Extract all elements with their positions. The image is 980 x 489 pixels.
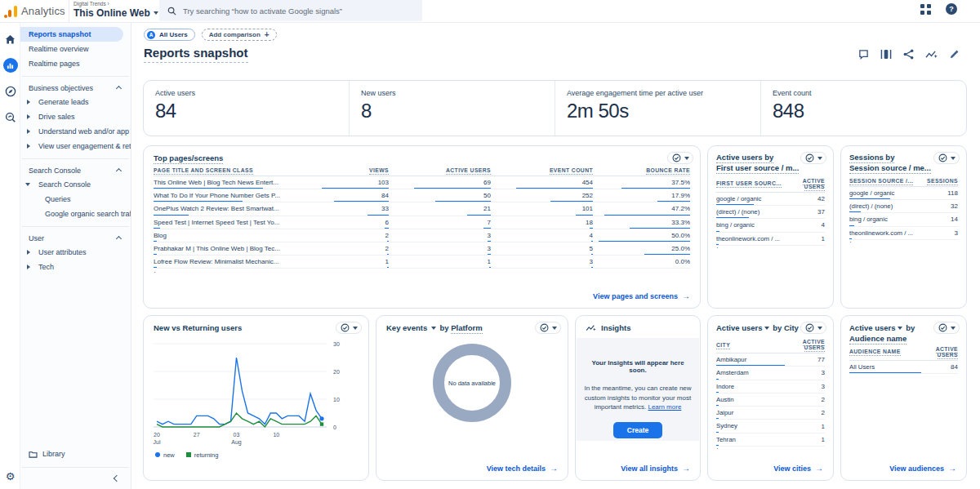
sidebar-item-realtime-pages[interactable]: Realtime pages xyxy=(20,56,131,71)
value-bar xyxy=(716,379,719,380)
column-header-active-users[interactable]: ACTIVE USERS xyxy=(389,167,491,173)
sidebar-item-drive-sales[interactable]: Drive sales xyxy=(20,109,131,124)
comment-icon[interactable] xyxy=(858,49,869,60)
sidebar-item-queries[interactable]: Queries xyxy=(20,192,131,207)
table-row: Sydney1 xyxy=(716,420,825,433)
table-row: (direct) / (none)32 xyxy=(849,200,958,213)
home-icon[interactable] xyxy=(0,29,20,49)
view-tech-details-link[interactable]: View tech details→ xyxy=(487,464,558,473)
column-header-event-count[interactable]: EVENT COUNT xyxy=(491,167,593,173)
value-bar xyxy=(716,365,785,366)
expand-arrow-icon[interactable] xyxy=(27,114,30,119)
data-quality-dropdown[interactable] xyxy=(800,152,826,164)
svg-text:Jul: Jul xyxy=(154,439,161,445)
expand-arrow-icon[interactable] xyxy=(27,100,30,104)
expand-arrow-icon[interactable] xyxy=(27,129,30,134)
comparison-report-icon[interactable] xyxy=(880,49,892,60)
data-quality-dropdown[interactable] xyxy=(336,322,362,334)
edit-pencil-icon[interactable] xyxy=(949,49,960,60)
sidebar-item-tech[interactable]: Tech xyxy=(20,260,131,274)
search-input[interactable]: Try searching “how to activate Google si… xyxy=(159,0,422,21)
value-bar xyxy=(604,215,690,216)
value-bar xyxy=(716,392,719,393)
create-insight-button[interactable]: Create xyxy=(613,422,662,438)
admin-gear-icon[interactable]: ⚙ xyxy=(0,470,20,482)
chevron-down-icon xyxy=(951,157,956,160)
insights-card: Insights Your Insights will appear here … xyxy=(575,315,701,481)
data-quality-dropdown[interactable] xyxy=(933,152,960,164)
sidebar-item-realtime-overview[interactable]: Realtime overview xyxy=(20,42,131,56)
view-cities-link[interactable]: View cities→ xyxy=(773,464,823,473)
sidebar-item-generate-leads[interactable]: Generate leads xyxy=(20,95,131,109)
help-icon[interactable]: ? xyxy=(946,3,957,15)
all-users-filter-chip[interactable]: A All Users xyxy=(144,29,195,41)
value-bar xyxy=(154,228,160,229)
expand-arrow-icon[interactable] xyxy=(27,250,30,255)
table-row: theonlinework.com / ...1 xyxy=(716,233,825,246)
column-header-first-user-sourc[interactable]: FIRST USER SOURC... xyxy=(716,180,791,186)
sidebar-item-library[interactable]: Library xyxy=(20,446,131,462)
sidebar-item-search-console[interactable]: Search Console xyxy=(20,177,131,192)
value-bar xyxy=(716,204,754,205)
column-header-views[interactable]: VIEWS xyxy=(299,167,389,173)
insights-sparkline-icon[interactable] xyxy=(925,50,938,60)
collapse-arrow-icon[interactable] xyxy=(25,183,30,186)
scorecard-value: 8 xyxy=(361,100,555,122)
sidebar-item-google-organic-search-traf[interactable]: Google organic search traf... xyxy=(20,207,131,221)
sidebar-item-understand-web-and-or-app-t[interactable]: Understand web and/or app t... xyxy=(20,124,131,139)
sidebar-section-business-objectives[interactable]: Business objectives xyxy=(20,82,131,95)
explore-icon[interactable] xyxy=(0,82,20,101)
view-pages-link[interactable]: View pages and screens→ xyxy=(593,291,690,300)
column-header-page-title-and-screen-class[interactable]: PAGE TITLE AND SCREEN CLASS xyxy=(154,167,299,173)
add-comparison-chip[interactable]: Add comparison + xyxy=(202,29,277,41)
table-row: bing / organic14 xyxy=(849,213,958,226)
scorecard-average-engagement-time-per-active-user: Average engagement time per active user2… xyxy=(555,81,760,136)
column-header-sessions[interactable]: SESSIONS xyxy=(924,178,958,184)
reports-icon[interactable] xyxy=(0,56,20,75)
column-header-active-users[interactable]: ACTIVE USERS xyxy=(791,178,825,189)
expand-arrow-icon[interactable] xyxy=(27,265,30,269)
scorecard-label: Event count xyxy=(773,89,966,97)
property-selector[interactable]: Digital Trends › This Online Web xyxy=(74,1,158,19)
dimension-label[interactable]: Audience name xyxy=(849,334,906,345)
data-quality-dropdown[interactable] xyxy=(667,152,693,164)
share-icon[interactable] xyxy=(903,49,914,60)
column-header-city[interactable]: CITY xyxy=(716,342,791,348)
sidebar-item-view-user-engagement-rete[interactable]: View user engagement & rete... xyxy=(20,139,131,153)
collapse-sidebar-icon[interactable] xyxy=(20,469,131,489)
svg-text:20: 20 xyxy=(333,369,340,375)
column-header-active-users[interactable]: ACTIVE USERS xyxy=(924,346,958,358)
apps-grid-icon[interactable] xyxy=(920,4,931,15)
cities-card: Active users by City CITYACTIVE USERS Am… xyxy=(707,315,834,481)
data-quality-dropdown[interactable] xyxy=(800,322,826,334)
check-circle-icon xyxy=(540,323,549,332)
analytics-logo-icon[interactable] xyxy=(4,6,17,18)
data-quality-dropdown[interactable] xyxy=(933,322,960,334)
card-title-line2: Session source / me... xyxy=(849,163,931,174)
value-bar xyxy=(716,418,719,419)
view-audiences-link[interactable]: View audiences→ xyxy=(889,464,956,473)
sidebar-item-reports-snapshot[interactable]: Reports snapshot xyxy=(20,27,123,42)
value-bar xyxy=(334,201,389,202)
metric-dropdown-icon[interactable] xyxy=(431,327,436,330)
sidebar-item-user-attributes[interactable]: User attributes xyxy=(20,245,131,260)
advertising-icon[interactable] xyxy=(0,108,20,127)
column-header-active-users[interactable]: ACTIVE USERS xyxy=(791,339,825,350)
legend-new: new xyxy=(155,451,175,459)
column-header-session-source[interactable]: SESSION SOURCE /... xyxy=(849,178,924,184)
expand-arrow-icon[interactable] xyxy=(27,144,30,149)
sidebar-section-search-console[interactable]: Search Console xyxy=(20,164,131,177)
column-header-bounce-rate[interactable]: BOUNCE RATE xyxy=(593,167,690,173)
sidebar-section-user[interactable]: User xyxy=(20,232,131,245)
column-header-audience-name[interactable]: AUDIENCE NAME xyxy=(849,349,924,354)
data-quality-dropdown[interactable] xyxy=(535,322,561,334)
view-all-insights-link[interactable]: View all insights→ xyxy=(621,464,690,473)
metric-dropdown-icon[interactable] xyxy=(898,327,902,330)
value-bar xyxy=(716,217,749,218)
dimension-label[interactable]: City xyxy=(784,323,799,332)
learn-more-link[interactable]: Learn more xyxy=(648,403,681,411)
scorecard-label: New users xyxy=(361,89,555,97)
dimension-label[interactable]: Platform xyxy=(451,323,483,334)
segment-a-avatar: A xyxy=(147,31,155,39)
metric-dropdown-icon[interactable] xyxy=(764,327,769,330)
